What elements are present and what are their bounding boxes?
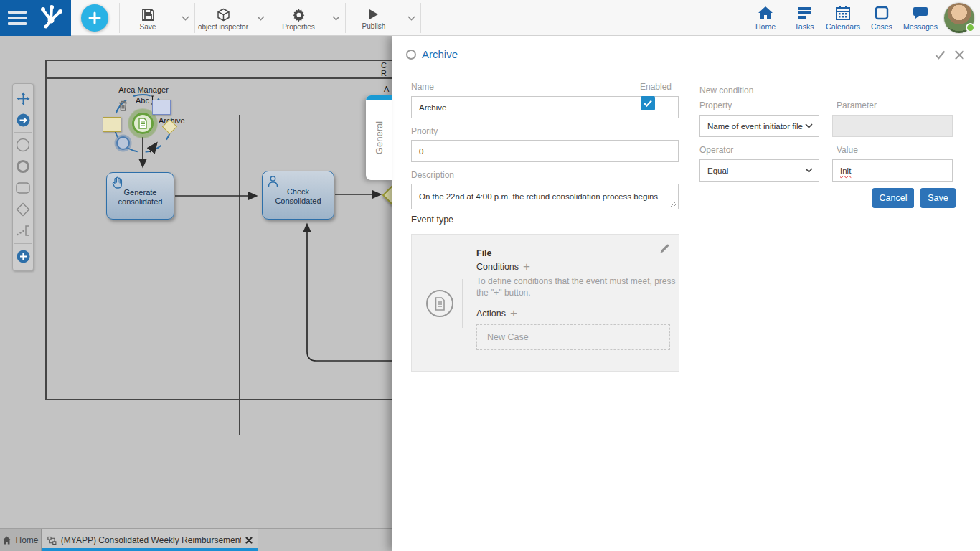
task-tool[interactable] <box>13 177 33 199</box>
enabled-checkbox[interactable] <box>641 96 655 110</box>
nav-calendars[interactable]: Calendars <box>824 5 862 31</box>
toolbar-buttons: Save object inspector Properties Publish <box>119 0 421 36</box>
tab-active-process[interactable]: (MYAPP) Consolidated Weekly Reimbursemen… <box>42 529 258 551</box>
priority-label: Priority <box>411 126 438 136</box>
gear-icon <box>292 8 306 22</box>
radial-event-item[interactable] <box>116 136 130 150</box>
start-event-node[interactable] <box>132 113 154 134</box>
gateway-tool[interactable] <box>13 199 33 220</box>
end-event-tool[interactable] <box>13 156 33 177</box>
nav-home[interactable]: Home <box>746 5 785 31</box>
conditions-label: Conditions <box>476 262 519 272</box>
object-inspector-label: object inspector <box>198 23 248 31</box>
person-icon <box>266 174 280 188</box>
save-label: Save <box>140 23 156 31</box>
value-input[interactable]: Init <box>832 159 953 182</box>
event-circle-icon <box>406 50 416 60</box>
active-tab-underline <box>42 548 258 551</box>
connector-tool[interactable] <box>13 109 33 131</box>
task-generate-consolidated[interactable]: Generate consolidated <box>106 172 174 220</box>
pencil-icon[interactable] <box>659 243 670 257</box>
thick-circle-icon <box>16 159 30 174</box>
pool-title-line2: R <box>381 69 387 77</box>
add-shape-tool[interactable] <box>13 245 33 267</box>
hand-icon <box>110 176 124 189</box>
check-icon <box>644 100 652 107</box>
chevron-down-icon <box>182 16 189 21</box>
save-condition-button[interactable]: Save <box>920 188 956 208</box>
start-event-tool[interactable] <box>13 134 33 156</box>
add-action-button[interactable]: + <box>510 310 517 317</box>
save-menu-chevron[interactable] <box>176 0 194 36</box>
check-icon <box>935 50 946 60</box>
publish-label: Publish <box>362 22 386 30</box>
online-status-dot <box>966 23 975 32</box>
priority-input[interactable]: 0 <box>411 140 679 162</box>
object-inspector-chevron[interactable] <box>251 0 270 36</box>
event-type-name: File <box>476 248 492 258</box>
new-condition-title: New condition <box>699 85 753 95</box>
diamond-icon <box>16 202 30 217</box>
workflow-icon <box>47 536 57 545</box>
chevron-down-icon <box>407 16 415 21</box>
properties-chevron[interactable] <box>326 0 345 36</box>
properties-button[interactable]: Properties <box>270 0 326 36</box>
confirm-button[interactable] <box>935 50 946 62</box>
home-icon <box>757 5 774 21</box>
nav-messages[interactable]: Messages <box>901 5 940 31</box>
user-avatar[interactable] <box>944 3 974 33</box>
tab-home[interactable]: Home <box>0 529 42 551</box>
play-icon <box>367 8 380 21</box>
value-label: Value <box>837 145 858 155</box>
trash-icon[interactable] <box>117 100 129 115</box>
resize-handle-icon[interactable] <box>670 201 677 207</box>
event-type-card[interactable]: File Conditions + To define conditions t… <box>411 234 679 372</box>
lane-label: Area Manager <box>108 85 179 94</box>
tabbar-filler <box>258 529 392 551</box>
cancel-button[interactable]: Cancel <box>872 188 914 208</box>
radial-task-item[interactable] <box>152 100 171 115</box>
add-condition-button[interactable]: + <box>523 263 530 270</box>
move-tool[interactable] <box>13 88 33 109</box>
brand-block <box>0 0 71 36</box>
clipped-node-label: A <box>384 85 389 93</box>
radial-yellow-task-item[interactable] <box>103 117 121 132</box>
circle-icon <box>16 138 30 152</box>
chevron-down-icon <box>805 123 813 128</box>
properties-label: Properties <box>282 23 315 31</box>
task-check-consolidated[interactable]: Check Consolidated <box>262 171 334 220</box>
close-panel-button[interactable] <box>955 50 964 62</box>
description-label: Description <box>411 170 454 180</box>
lane-divider <box>239 115 240 435</box>
file-icon <box>138 118 148 129</box>
property-select[interactable]: Name of event initiator file <box>699 115 819 137</box>
enabled-label: Enabled <box>640 82 672 92</box>
parameter-label: Parameter <box>837 100 877 110</box>
close-icon <box>955 50 964 60</box>
chevron-down-icon <box>257 16 265 21</box>
cube-icon <box>217 8 230 22</box>
task-label: Check Consolidated <box>267 187 329 206</box>
save-button[interactable]: Save <box>120 0 176 36</box>
publish-button[interactable]: Publish <box>346 0 402 36</box>
object-inspector-button[interactable]: object inspector <box>195 0 251 36</box>
close-icon[interactable] <box>245 537 253 544</box>
description-textarea[interactable]: On the 22nd at 4:00 p.m. the refund cons… <box>411 184 679 209</box>
shape-palette <box>12 83 34 271</box>
cases-icon <box>873 5 890 21</box>
general-tab-accent <box>366 95 392 100</box>
add-button[interactable] <box>81 4 108 32</box>
operator-select[interactable]: Equal <box>699 159 819 182</box>
nav-tasks[interactable]: Tasks <box>785 5 824 31</box>
tab-general[interactable]: General <box>366 95 392 180</box>
publish-chevron[interactable] <box>402 0 420 36</box>
action-new-case[interactable]: New Case <box>476 324 670 350</box>
menu-icon[interactable] <box>8 11 27 25</box>
annotation-tool[interactable] <box>13 220 33 242</box>
name-input[interactable]: Archive <box>411 96 679 118</box>
property-label: Property <box>699 100 732 110</box>
annotation-icon <box>16 225 30 237</box>
add-circle-icon <box>17 250 30 263</box>
nav-cases[interactable]: Cases <box>862 5 901 31</box>
logo-icon[interactable] <box>36 2 66 34</box>
